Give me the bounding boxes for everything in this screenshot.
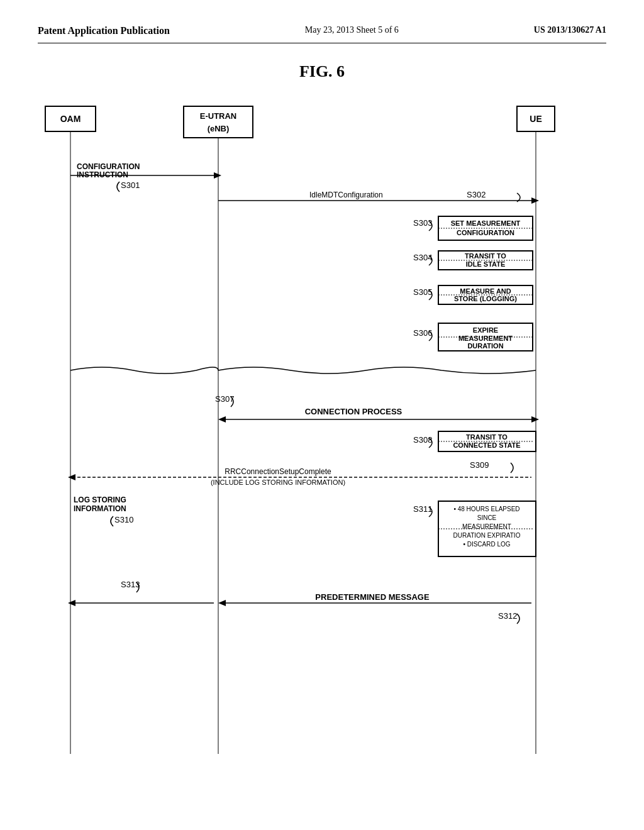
svg-text:(eNB): (eNB) — [208, 124, 230, 133]
svg-text:E-UTRAN: E-UTRAN — [200, 111, 237, 121]
diagram: OAM E-UTRAN (eNB) UE CONFIGURATION INSTR… — [39, 100, 605, 760]
svg-marker-11 — [214, 172, 221, 179]
svg-marker-16 — [531, 197, 539, 204]
figure-title: FIG. 6 — [38, 62, 606, 81]
svg-text:LOG STORING: LOG STORING — [74, 495, 126, 504]
svg-text:OAM: OAM — [60, 114, 81, 124]
svg-text:CONFIGURATION: CONFIGURATION — [457, 229, 514, 236]
svg-text:S305: S305 — [413, 287, 432, 297]
page-header: Patent Application Publication May 23, 2… — [38, 25, 606, 43]
svg-text:(INCLUDE LOG STORING INFORMATI: (INCLUDE LOG STORING INFORMATION) — [211, 479, 345, 486]
svg-text:TRANSIT TO: TRANSIT TO — [466, 433, 508, 441]
svg-text:S309: S309 — [470, 460, 489, 470]
svg-text:STORE (LOGGING): STORE (LOGGING) — [454, 295, 517, 302]
svg-text:S304: S304 — [413, 253, 432, 262]
svg-text:UE: UE — [530, 114, 541, 124]
svg-text:S301: S301 — [121, 180, 140, 190]
publication-label: Patent Application Publication — [38, 25, 170, 36]
svg-text:DURATION: DURATION — [467, 342, 503, 350]
svg-text:EXPIRE: EXPIRE — [473, 326, 498, 334]
svg-marker-71 — [218, 600, 226, 606]
svg-text:S312: S312 — [498, 611, 517, 621]
svg-marker-52 — [68, 474, 75, 480]
svg-text:• DISCARD LOG: • DISCARD LOG — [463, 541, 510, 548]
svg-text:IDLE STATE: IDLE STATE — [466, 260, 506, 268]
svg-text:S307: S307 — [215, 394, 234, 404]
sheet-info: May 23, 2013 Sheet 5 of 6 — [305, 25, 399, 35]
svg-text:• 48 HOURS ELAPSED: • 48 HOURS ELAPSED — [453, 506, 519, 512]
svg-text:CONFIGURATION: CONFIGURATION — [77, 162, 140, 171]
svg-text:INFORMATION: INFORMATION — [74, 504, 126, 513]
svg-text:S306: S306 — [413, 328, 432, 338]
svg-text:S303: S303 — [413, 218, 432, 228]
svg-text:SINCE: SINCE — [477, 514, 497, 521]
svg-text:S310: S310 — [114, 515, 133, 524]
svg-text:CONNECTION PROCESS: CONNECTION PROCESS — [305, 407, 402, 416]
svg-text:S313: S313 — [121, 580, 140, 589]
svg-text:S302: S302 — [467, 190, 486, 199]
svg-text:PREDETERMINED MESSAGE: PREDETERMINED MESSAGE — [315, 592, 430, 602]
svg-text:CONNECTED STATE: CONNECTED STATE — [453, 441, 520, 449]
svg-text:RRCConnectionSetupComplete: RRCConnectionSetupComplete — [225, 467, 331, 476]
svg-text:IdleMDTConfiguration: IdleMDTConfiguration — [309, 191, 383, 199]
svg-text:TRANSIT TO: TRANSIT TO — [465, 252, 506, 260]
diagram-svg: OAM E-UTRAN (eNB) UE CONFIGURATION INSTR… — [39, 100, 605, 760]
patent-number: US 2013/130627 A1 — [534, 25, 606, 35]
svg-text:DURATION EXPIRATIO: DURATION EXPIRATIO — [453, 532, 521, 539]
svg-marker-68 — [68, 600, 75, 606]
svg-text:S308: S308 — [413, 435, 432, 445]
svg-marker-43 — [218, 416, 226, 423]
svg-text:SET MEASUREMENT: SET MEASUREMENT — [451, 219, 521, 227]
page: Patent Application Publication May 23, 2… — [0, 0, 644, 830]
svg-text:S311: S311 — [413, 504, 432, 514]
svg-marker-44 — [531, 416, 539, 423]
svg-text:MEASURE AND: MEASURE AND — [460, 287, 511, 295]
svg-text:MEASUREMENT: MEASUREMENT — [458, 335, 513, 342]
svg-text:INSTRUCTION: INSTRUCTION — [77, 170, 128, 179]
